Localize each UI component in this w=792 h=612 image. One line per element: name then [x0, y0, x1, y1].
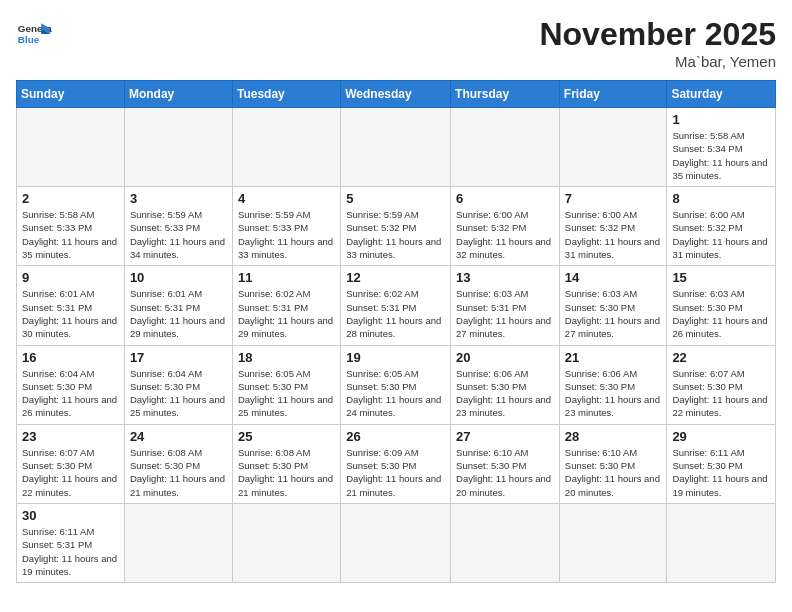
day-header-saturday: Saturday [667, 81, 776, 108]
day-number: 25 [238, 429, 335, 444]
day-info: Sunrise: 6:01 AM Sunset: 5:31 PM Dayligh… [130, 287, 227, 340]
day-info: Sunrise: 5:58 AM Sunset: 5:34 PM Dayligh… [672, 129, 770, 182]
day-number: 11 [238, 270, 335, 285]
calendar-cell [341, 108, 451, 187]
day-info: Sunrise: 6:08 AM Sunset: 5:30 PM Dayligh… [238, 446, 335, 499]
day-info: Sunrise: 5:59 AM Sunset: 5:33 PM Dayligh… [238, 208, 335, 261]
page-header: General Blue November 2025 Ma`bar, Yemen [16, 16, 776, 70]
day-info: Sunrise: 6:06 AM Sunset: 5:30 PM Dayligh… [565, 367, 662, 420]
day-info: Sunrise: 6:03 AM Sunset: 5:30 PM Dayligh… [672, 287, 770, 340]
day-info: Sunrise: 6:02 AM Sunset: 5:31 PM Dayligh… [238, 287, 335, 340]
calendar-cell: 6Sunrise: 6:00 AM Sunset: 5:32 PM Daylig… [451, 187, 560, 266]
day-info: Sunrise: 6:00 AM Sunset: 5:32 PM Dayligh… [456, 208, 554, 261]
day-number: 10 [130, 270, 227, 285]
calendar-cell: 15Sunrise: 6:03 AM Sunset: 5:30 PM Dayli… [667, 266, 776, 345]
day-header-monday: Monday [124, 81, 232, 108]
day-number: 16 [22, 350, 119, 365]
day-number: 17 [130, 350, 227, 365]
calendar-cell: 27Sunrise: 6:10 AM Sunset: 5:30 PM Dayli… [451, 424, 560, 503]
day-number: 1 [672, 112, 770, 127]
day-info: Sunrise: 6:05 AM Sunset: 5:30 PM Dayligh… [346, 367, 445, 420]
day-number: 22 [672, 350, 770, 365]
day-number: 13 [456, 270, 554, 285]
day-info: Sunrise: 5:59 AM Sunset: 5:33 PM Dayligh… [130, 208, 227, 261]
day-info: Sunrise: 5:59 AM Sunset: 5:32 PM Dayligh… [346, 208, 445, 261]
calendar-header-row: SundayMondayTuesdayWednesdayThursdayFrid… [17, 81, 776, 108]
calendar-cell [559, 108, 667, 187]
calendar-cell: 29Sunrise: 6:11 AM Sunset: 5:30 PM Dayli… [667, 424, 776, 503]
calendar-cell: 22Sunrise: 6:07 AM Sunset: 5:30 PM Dayli… [667, 345, 776, 424]
calendar-cell [451, 108, 560, 187]
calendar-cell [232, 503, 340, 582]
calendar-cell: 20Sunrise: 6:06 AM Sunset: 5:30 PM Dayli… [451, 345, 560, 424]
day-info: Sunrise: 5:58 AM Sunset: 5:33 PM Dayligh… [22, 208, 119, 261]
day-number: 29 [672, 429, 770, 444]
day-info: Sunrise: 6:07 AM Sunset: 5:30 PM Dayligh… [22, 446, 119, 499]
calendar-cell [667, 503, 776, 582]
location: Ma`bar, Yemen [539, 53, 776, 70]
day-info: Sunrise: 6:08 AM Sunset: 5:30 PM Dayligh… [130, 446, 227, 499]
day-number: 5 [346, 191, 445, 206]
calendar-cell [124, 503, 232, 582]
calendar-cell: 16Sunrise: 6:04 AM Sunset: 5:30 PM Dayli… [17, 345, 125, 424]
day-number: 26 [346, 429, 445, 444]
day-number: 2 [22, 191, 119, 206]
calendar-cell [17, 108, 125, 187]
day-number: 7 [565, 191, 662, 206]
logo-icon: General Blue [16, 16, 52, 52]
day-number: 6 [456, 191, 554, 206]
day-number: 19 [346, 350, 445, 365]
day-number: 8 [672, 191, 770, 206]
calendar-cell: 7Sunrise: 6:00 AM Sunset: 5:32 PM Daylig… [559, 187, 667, 266]
day-info: Sunrise: 6:03 AM Sunset: 5:30 PM Dayligh… [565, 287, 662, 340]
day-number: 30 [22, 508, 119, 523]
day-info: Sunrise: 6:01 AM Sunset: 5:31 PM Dayligh… [22, 287, 119, 340]
calendar-cell: 5Sunrise: 5:59 AM Sunset: 5:32 PM Daylig… [341, 187, 451, 266]
day-number: 21 [565, 350, 662, 365]
calendar-week-5: 30Sunrise: 6:11 AM Sunset: 5:31 PM Dayli… [17, 503, 776, 582]
month-title: November 2025 [539, 16, 776, 53]
calendar-cell: 4Sunrise: 5:59 AM Sunset: 5:33 PM Daylig… [232, 187, 340, 266]
calendar-cell: 12Sunrise: 6:02 AM Sunset: 5:31 PM Dayli… [341, 266, 451, 345]
day-number: 4 [238, 191, 335, 206]
calendar-cell [341, 503, 451, 582]
calendar-cell [232, 108, 340, 187]
day-info: Sunrise: 6:04 AM Sunset: 5:30 PM Dayligh… [130, 367, 227, 420]
day-number: 28 [565, 429, 662, 444]
day-number: 27 [456, 429, 554, 444]
calendar-cell: 21Sunrise: 6:06 AM Sunset: 5:30 PM Dayli… [559, 345, 667, 424]
calendar-cell: 17Sunrise: 6:04 AM Sunset: 5:30 PM Dayli… [124, 345, 232, 424]
day-number: 9 [22, 270, 119, 285]
calendar-week-2: 9Sunrise: 6:01 AM Sunset: 5:31 PM Daylig… [17, 266, 776, 345]
day-info: Sunrise: 6:03 AM Sunset: 5:31 PM Dayligh… [456, 287, 554, 340]
day-number: 12 [346, 270, 445, 285]
svg-text:Blue: Blue [18, 34, 40, 45]
calendar-cell: 2Sunrise: 5:58 AM Sunset: 5:33 PM Daylig… [17, 187, 125, 266]
day-info: Sunrise: 6:09 AM Sunset: 5:30 PM Dayligh… [346, 446, 445, 499]
day-info: Sunrise: 6:11 AM Sunset: 5:31 PM Dayligh… [22, 525, 119, 578]
day-header-tuesday: Tuesday [232, 81, 340, 108]
calendar-table: SundayMondayTuesdayWednesdayThursdayFrid… [16, 80, 776, 583]
title-block: November 2025 Ma`bar, Yemen [539, 16, 776, 70]
day-header-wednesday: Wednesday [341, 81, 451, 108]
calendar-cell: 23Sunrise: 6:07 AM Sunset: 5:30 PM Dayli… [17, 424, 125, 503]
day-number: 20 [456, 350, 554, 365]
day-info: Sunrise: 6:10 AM Sunset: 5:30 PM Dayligh… [456, 446, 554, 499]
day-header-sunday: Sunday [17, 81, 125, 108]
calendar-cell [559, 503, 667, 582]
calendar-cell [451, 503, 560, 582]
day-info: Sunrise: 6:07 AM Sunset: 5:30 PM Dayligh… [672, 367, 770, 420]
day-number: 24 [130, 429, 227, 444]
day-info: Sunrise: 6:00 AM Sunset: 5:32 PM Dayligh… [565, 208, 662, 261]
day-info: Sunrise: 6:05 AM Sunset: 5:30 PM Dayligh… [238, 367, 335, 420]
calendar-cell: 26Sunrise: 6:09 AM Sunset: 5:30 PM Dayli… [341, 424, 451, 503]
day-info: Sunrise: 6:06 AM Sunset: 5:30 PM Dayligh… [456, 367, 554, 420]
calendar-cell: 9Sunrise: 6:01 AM Sunset: 5:31 PM Daylig… [17, 266, 125, 345]
calendar-cell: 13Sunrise: 6:03 AM Sunset: 5:31 PM Dayli… [451, 266, 560, 345]
day-number: 23 [22, 429, 119, 444]
calendar-cell: 18Sunrise: 6:05 AM Sunset: 5:30 PM Dayli… [232, 345, 340, 424]
calendar-cell: 28Sunrise: 6:10 AM Sunset: 5:30 PM Dayli… [559, 424, 667, 503]
calendar-week-3: 16Sunrise: 6:04 AM Sunset: 5:30 PM Dayli… [17, 345, 776, 424]
calendar-cell: 14Sunrise: 6:03 AM Sunset: 5:30 PM Dayli… [559, 266, 667, 345]
calendar-week-1: 2Sunrise: 5:58 AM Sunset: 5:33 PM Daylig… [17, 187, 776, 266]
